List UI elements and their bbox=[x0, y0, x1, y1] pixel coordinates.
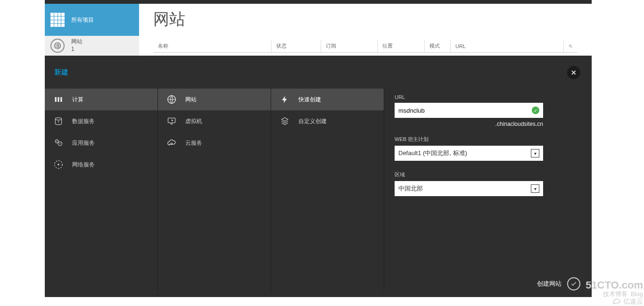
col-url[interactable]: URL bbox=[450, 40, 563, 52]
search-icon bbox=[569, 43, 573, 50]
opt-label: 自定义创建 bbox=[298, 117, 327, 125]
table-header: 名称 状态 订阅 位置 模式 URL bbox=[153, 40, 578, 53]
region-select[interactable]: 中国北部 ▾ bbox=[395, 181, 543, 196]
opt-data-services[interactable]: x 数据服务 bbox=[45, 110, 157, 132]
custom-icon bbox=[279, 115, 291, 127]
opt-compute[interactable]: 计算 bbox=[45, 89, 157, 110]
svg-rect-2 bbox=[55, 97, 57, 102]
opt-label: 云服务 bbox=[185, 139, 202, 147]
plan-select[interactable]: Default1 (中国北部, 标准) ▾ bbox=[395, 146, 543, 161]
opt-network-services[interactable]: 网络服务 bbox=[45, 154, 157, 175]
opt-label: 快速创建 bbox=[298, 96, 321, 104]
opt-label: 计算 bbox=[72, 96, 83, 104]
website-icon bbox=[165, 93, 178, 106]
network-icon bbox=[52, 158, 65, 171]
opt-website[interactable]: 网站 bbox=[158, 89, 271, 110]
sidebar-item-count: 1 bbox=[71, 46, 83, 53]
wizard-col-3: 快速创建 自定义创建 bbox=[271, 89, 384, 291]
opt-label: 应用服务 bbox=[72, 139, 95, 147]
close-icon: ✕ bbox=[571, 69, 577, 76]
svg-point-16 bbox=[171, 143, 173, 145]
drawer-footer: 创建网站 bbox=[537, 277, 580, 290]
svg-point-12 bbox=[58, 164, 59, 165]
region-value: 中国北部 bbox=[398, 184, 423, 193]
sidebar-item-label: 网站 bbox=[71, 38, 83, 46]
col-mode[interactable]: 模式 bbox=[424, 40, 450, 52]
opt-quick-create[interactable]: 快速创建 bbox=[271, 89, 384, 110]
compute-icon bbox=[52, 93, 65, 106]
col-subscription[interactable]: 订阅 bbox=[321, 40, 377, 52]
cloud-icon bbox=[165, 137, 178, 149]
chevron-down-icon: ▾ bbox=[531, 184, 539, 193]
website-icon bbox=[50, 39, 65, 53]
region-label: 区域 bbox=[395, 171, 592, 178]
url-input-wrap: ✓ bbox=[395, 103, 543, 118]
quick-icon bbox=[279, 93, 291, 106]
valid-icon: ✓ bbox=[532, 107, 539, 114]
opt-vm[interactable]: 虚拟机 bbox=[158, 110, 271, 132]
sidebar-item-all[interactable]: 所有项目 bbox=[45, 4, 139, 36]
top-bar bbox=[45, 0, 592, 4]
svg-point-10 bbox=[60, 143, 61, 144]
url-suffix: .chinacloudsites.cn bbox=[395, 121, 543, 127]
col-state[interactable]: 状态 bbox=[271, 40, 321, 52]
svg-text:x: x bbox=[57, 119, 59, 124]
svg-point-9 bbox=[57, 141, 58, 142]
new-drawer: 新建 ✕ 计算 x 数据服务 bbox=[45, 56, 592, 297]
check-icon bbox=[570, 281, 577, 287]
col-location[interactable]: 位置 bbox=[377, 40, 424, 52]
submit-label: 创建网站 bbox=[537, 280, 561, 288]
opt-cloud-service[interactable]: 云服务 bbox=[158, 132, 271, 154]
wizard-col-2: 网站 虚拟机 云服务 bbox=[158, 89, 271, 291]
url-label: URL bbox=[395, 94, 592, 100]
drawer-title: 新建 bbox=[54, 68, 68, 77]
svg-rect-4 bbox=[60, 97, 62, 102]
content-area: 网站 名称 状态 订阅 位置 模式 URL bbox=[139, 4, 592, 56]
svg-point-0 bbox=[570, 45, 572, 47]
wizard-col-1: 计算 x 数据服务 应用服务 bbox=[45, 89, 158, 291]
svg-rect-3 bbox=[58, 97, 59, 102]
sidebar-item-label: 所有项目 bbox=[71, 16, 94, 24]
url-input[interactable] bbox=[398, 103, 532, 118]
opt-label: 虚拟机 bbox=[185, 117, 202, 125]
form-pane: URL ✓ .chinacloudsites.cn WEB 宿主计划 Defau… bbox=[384, 89, 592, 291]
sidebar-item-websites[interactable]: 网站 1 bbox=[45, 36, 139, 56]
left-sidebar: 所有项目 网站 1 bbox=[45, 4, 139, 56]
opt-label: 数据服务 bbox=[72, 117, 95, 125]
watermark-yisu: 亿速云 bbox=[612, 298, 643, 306]
plan-value: Default1 (中国北部, 标准) bbox=[398, 149, 467, 157]
svg-line-1 bbox=[571, 47, 572, 48]
vm-icon bbox=[165, 115, 178, 127]
opt-label: 网站 bbox=[185, 96, 197, 104]
data-icon: x bbox=[52, 115, 65, 127]
col-name[interactable]: 名称 bbox=[153, 40, 271, 52]
close-button[interactable]: ✕ bbox=[567, 66, 580, 79]
svg-rect-15 bbox=[171, 124, 173, 124]
search-button[interactable] bbox=[563, 40, 578, 52]
app-icon bbox=[52, 137, 65, 149]
submit-button[interactable] bbox=[567, 277, 580, 290]
opt-custom-create[interactable]: 自定义创建 bbox=[271, 110, 384, 132]
page-title: 网站 bbox=[153, 8, 578, 30]
watermark-51cto: 51CTO.com 技术博客 Blog bbox=[586, 280, 643, 298]
plan-label: WEB 宿主计划 bbox=[395, 136, 592, 143]
chevron-down-icon: ▾ bbox=[531, 149, 539, 157]
opt-label: 网络服务 bbox=[72, 161, 95, 169]
grid-icon bbox=[50, 13, 65, 27]
opt-app-services[interactable]: 应用服务 bbox=[45, 132, 157, 154]
